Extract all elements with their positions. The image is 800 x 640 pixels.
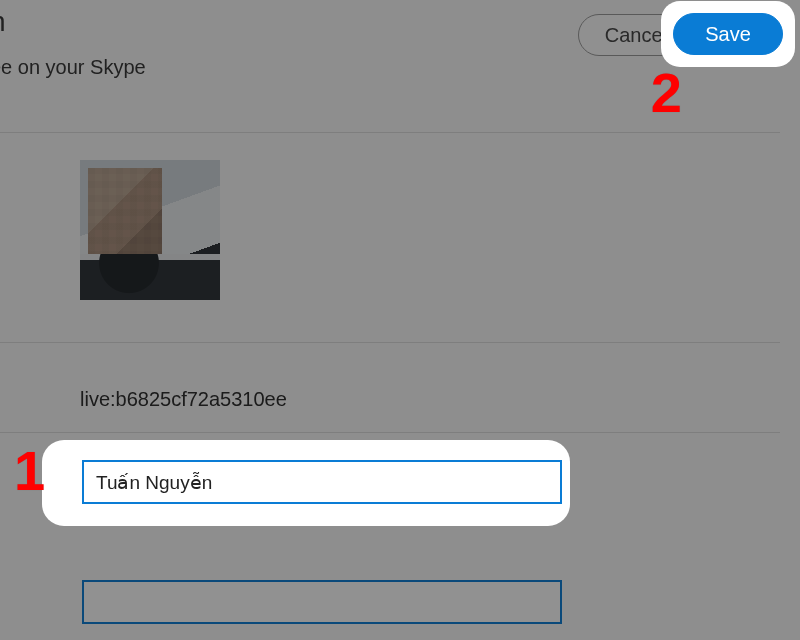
divider (0, 132, 780, 133)
avatar-image (80, 160, 220, 300)
skype-id-value: live:b6825cf72a5310ee (80, 388, 287, 411)
avatar-clothing (80, 254, 220, 300)
profile-edit-screen: n ee on your Skype Cancel live:b6825cf72… (0, 0, 800, 640)
divider (0, 432, 780, 433)
secondary-input[interactable] (82, 580, 562, 624)
avatar[interactable] (80, 160, 220, 300)
header: n ee on your Skype Cancel (0, 0, 780, 110)
page-title: n (0, 6, 6, 38)
save-button[interactable]: Save (673, 13, 783, 55)
display-name-row (68, 460, 568, 504)
divider (0, 342, 780, 343)
annotation-step-1: 1 (14, 438, 45, 503)
avatar-pixelated-face (88, 168, 162, 258)
display-name-input[interactable] (82, 460, 562, 504)
page-subtitle: ee on your Skype (0, 56, 146, 79)
